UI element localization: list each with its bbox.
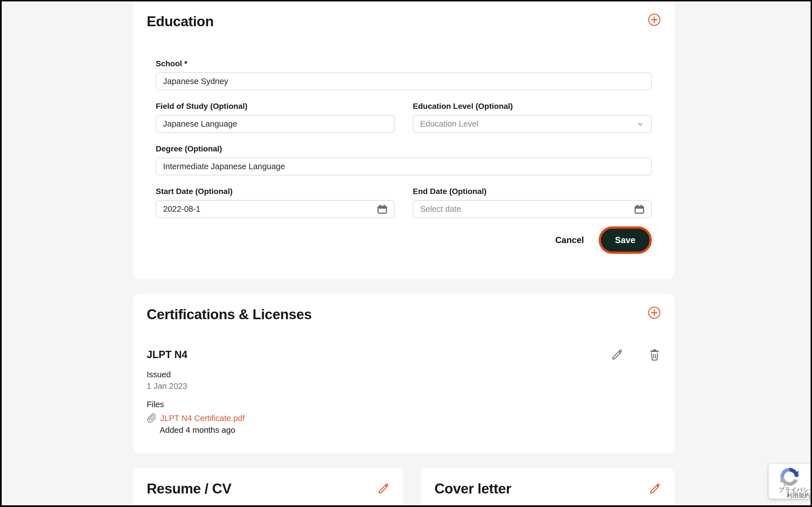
certifications-card: Certifications & Licenses JLPT N4 <box>133 294 674 453</box>
field-of-study-label: Field of Study (Optional) <box>156 102 395 111</box>
degree-group: Degree (Optional) <box>156 144 652 175</box>
add-certification-button[interactable] <box>648 306 661 319</box>
add-education-button[interactable] <box>648 13 661 26</box>
form-actions: Cancel Save <box>156 226 652 254</box>
school-label: School * <box>156 59 652 68</box>
certifications-title: Certifications & Licenses <box>147 306 312 323</box>
calendar-icon[interactable] <box>634 205 644 214</box>
recaptcha-badge[interactable]: プライバシー - 利用規約 <box>768 464 812 499</box>
resume-title: Resume / CV <box>147 481 231 497</box>
education-card: Education School * Field of Study <box>133 1 674 279</box>
cancel-button[interactable]: Cancel <box>555 235 584 245</box>
delete-certification-button[interactable] <box>648 348 661 361</box>
degree-label: Degree (Optional) <box>156 144 652 154</box>
plus-circle-icon <box>648 13 661 26</box>
documents-row: Resume / CV Cover letter <box>133 467 674 507</box>
education-title: Education <box>147 13 214 30</box>
edit-resume-button[interactable] <box>377 483 389 495</box>
certifications-header: Certifications & Licenses <box>147 306 661 323</box>
education-level-placeholder: Education Level <box>420 119 478 128</box>
school-input[interactable] <box>156 72 652 90</box>
cover-letter-title: Cover letter <box>434 481 511 497</box>
paperclip-icon <box>147 413 157 423</box>
field-of-study-input[interactable] <box>156 115 395 133</box>
start-date-label: Start Date (Optional) <box>156 187 395 196</box>
start-date-input[interactable]: 2022-08-1 <box>156 200 395 218</box>
pencil-icon <box>377 483 389 495</box>
recaptcha-logo-icon <box>779 466 800 488</box>
end-date-placeholder: Select date <box>420 205 461 214</box>
files-label: Files <box>147 400 661 409</box>
education-header: Education <box>147 13 661 30</box>
certification-name: JLPT N4 <box>147 349 187 361</box>
certification-entry-header: JLPT N4 <box>147 348 661 361</box>
file-added-text: Added 4 months ago <box>160 426 661 435</box>
end-date-label: End Date (Optional) <box>413 187 652 196</box>
edit-certification-button[interactable] <box>610 348 623 361</box>
calendar-icon[interactable] <box>377 205 387 214</box>
trash-icon <box>648 348 661 361</box>
end-date-input[interactable]: Select date <box>413 200 652 218</box>
school-field-group: School * <box>156 59 652 90</box>
pencil-icon <box>648 483 661 495</box>
pencil-icon <box>610 348 623 361</box>
resume-card: Resume / CV <box>133 467 403 507</box>
end-date-group: End Date (Optional) Select date <box>413 187 652 218</box>
cover-letter-card: Cover letter <box>421 467 674 507</box>
degree-input[interactable] <box>156 158 652 175</box>
certification-actions <box>610 348 661 361</box>
education-form: School * Field of Study (Optional) Educa… <box>156 59 652 218</box>
issued-date: 1 Jan 2023 <box>147 382 661 391</box>
education-level-label: Education Level (Optional) <box>413 102 652 111</box>
education-level-group: Education Level (Optional) Education Lev… <box>413 102 652 133</box>
start-date-value: 2022-08-1 <box>163 205 200 214</box>
certificate-file-link[interactable]: JLPT N4 Certificate.pdf <box>160 414 245 423</box>
issued-label: Issued <box>147 370 661 379</box>
education-level-select[interactable]: Education Level <box>413 115 652 133</box>
chevron-down-icon <box>636 120 644 128</box>
plus-circle-icon <box>648 306 661 319</box>
start-date-group: Start Date (Optional) 2022-08-1 <box>156 187 395 218</box>
recaptcha-privacy-text[interactable]: プライバシー - 利用規約 <box>768 487 812 498</box>
field-of-study-group: Field of Study (Optional) <box>156 102 395 133</box>
content-column: Education School * Field of Study <box>133 1 674 507</box>
file-row: JLPT N4 Certificate.pdf <box>147 413 661 423</box>
save-button[interactable]: Save <box>599 226 652 254</box>
screenshot-frame: Education School * Field of Study <box>0 0 812 507</box>
edit-cover-letter-button[interactable] <box>648 483 661 495</box>
